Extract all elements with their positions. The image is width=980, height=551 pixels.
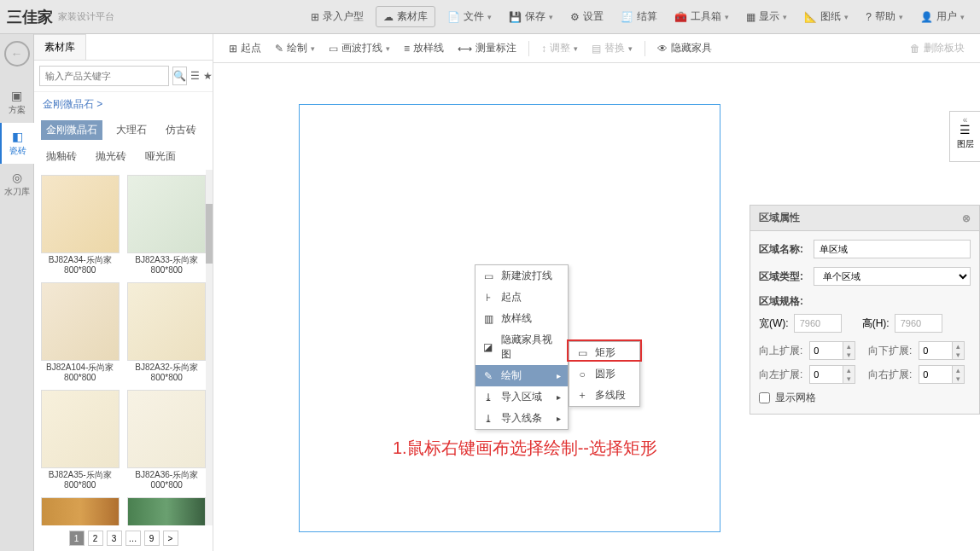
tool-绘制[interactable]: ✎绘制▾ bbox=[268, 41, 322, 55]
search-button[interactable]: 🔍 bbox=[172, 67, 187, 85]
ext-spinner[interactable]: ▴▾ bbox=[809, 365, 861, 384]
search-input[interactable] bbox=[39, 66, 169, 86]
page-3[interactable]: 3 bbox=[107, 531, 122, 546]
menu-放样线[interactable]: ▥放样线 bbox=[475, 308, 568, 329]
tool-放样线[interactable]: ≡放样线 bbox=[397, 41, 451, 55]
area-name-input[interactable] bbox=[814, 240, 971, 258]
nav-瓷砖[interactable]: ◧瓷砖 bbox=[0, 123, 34, 164]
保存-icon: 💾 bbox=[509, 11, 522, 23]
spin-down-icon[interactable]: ▾ bbox=[953, 374, 964, 383]
submenu-arrow-icon: ▸ bbox=[557, 414, 561, 423]
tile-item[interactable]: BJ82A33-乐尚家800*800 bbox=[126, 175, 208, 276]
tool-测量标注[interactable]: ⟷测量标注 bbox=[451, 41, 523, 55]
category-哑光面[interactable]: 哑光面 bbox=[140, 147, 181, 166]
nav-水刀库[interactable]: ◎水刀库 bbox=[0, 164, 34, 205]
caret-icon: ▾ bbox=[487, 13, 492, 21]
topbar-工具箱[interactable]: 🧰工具箱▾ bbox=[666, 6, 738, 27]
spin-up-icon[interactable]: ▴ bbox=[843, 366, 855, 374]
category-仿古砖[interactable]: 仿古砖 bbox=[160, 120, 201, 140]
caret-icon: ▾ bbox=[725, 13, 729, 21]
ext-spinner[interactable]: ▴▾ bbox=[919, 365, 971, 384]
topbar-结算[interactable]: 🧾结算 bbox=[612, 6, 666, 27]
topbar-图纸[interactable]: 📐图纸▾ bbox=[796, 6, 857, 27]
trash-icon: 🗑 bbox=[910, 43, 920, 55]
tile-thumbnail bbox=[41, 390, 120, 468]
tool-起点[interactable]: ⊞起点 bbox=[222, 41, 268, 55]
topbar-文件[interactable]: 📄文件▾ bbox=[439, 6, 500, 27]
submenu-arrow-icon: ▸ bbox=[557, 392, 561, 402]
menu-隐藏家具视图[interactable]: ◪隐藏家具视图 bbox=[475, 329, 568, 365]
图纸-icon: 📐 bbox=[804, 11, 817, 23]
page-1[interactable]: 1 bbox=[69, 531, 85, 546]
nav-方案[interactable]: ▣方案 bbox=[0, 82, 34, 123]
back-button[interactable]: ← bbox=[4, 41, 30, 67]
topbar-保存[interactable]: 💾保存▾ bbox=[500, 6, 562, 27]
tile-item[interactable] bbox=[39, 497, 121, 525]
height-input[interactable] bbox=[895, 314, 942, 333]
list-view-icon[interactable]: ☰ bbox=[190, 67, 200, 85]
page-…[interactable]: … bbox=[125, 531, 141, 546]
page-2[interactable]: 2 bbox=[88, 531, 103, 546]
category-抛釉砖[interactable]: 抛釉砖 bbox=[41, 147, 82, 166]
spin-up-icon[interactable]: ▴ bbox=[843, 342, 855, 351]
spin-up-icon[interactable]: ▴ bbox=[953, 342, 964, 351]
delete-block-button[interactable]: 🗑 删除板块 bbox=[903, 41, 971, 55]
tile-item[interactable]: BJ82A36-乐尚家000*800 bbox=[126, 390, 208, 490]
tool-调整[interactable]: ↕调整▾ bbox=[534, 41, 585, 55]
logo: 三佳家 bbox=[7, 7, 53, 27]
tile-thumbnail bbox=[127, 497, 206, 525]
sidebar-tab-library[interactable]: 素材库 bbox=[34, 34, 86, 60]
favorite-icon[interactable]: ★ bbox=[203, 67, 213, 85]
breadcrumb[interactable]: 金刚微晶石 > bbox=[34, 92, 213, 117]
topbar-设置[interactable]: ⚙设置 bbox=[562, 6, 612, 27]
page-9[interactable]: 9 bbox=[144, 531, 160, 546]
topbar-显示[interactable]: ▦显示▾ bbox=[738, 6, 796, 27]
tile-thumbnail bbox=[41, 497, 120, 525]
submenu-多线段[interactable]: ＋多线段 bbox=[569, 385, 639, 406]
layers-tab[interactable]: « ☰ 图层 bbox=[949, 111, 980, 162]
tool-画波打线[interactable]: ▭画波打线▾ bbox=[322, 41, 397, 55]
tile-item[interactable]: BJ82A34-乐尚家800*800 bbox=[39, 175, 121, 276]
submenu-圆形[interactable]: ○圆形 bbox=[569, 363, 639, 385]
放样线-icon: ≡ bbox=[404, 43, 410, 55]
page->[interactable]: > bbox=[163, 531, 178, 546]
topbar-帮助[interactable]: ?帮助▾ bbox=[857, 6, 912, 27]
ext-spinner[interactable]: ▴▾ bbox=[809, 341, 861, 360]
width-input[interactable] bbox=[794, 314, 842, 333]
show-grid-checkbox[interactable]: 显示网格 bbox=[759, 391, 971, 405]
scrollbar-thumb[interactable] bbox=[206, 204, 213, 264]
category-抛光砖[interactable]: 抛光砖 bbox=[90, 147, 131, 166]
menu-起点[interactable]: ⊦起点 bbox=[475, 287, 568, 308]
ext-spinner[interactable]: ▴▾ bbox=[919, 341, 971, 360]
tile-item[interactable]: BJ82A32-乐尚家800*800 bbox=[126, 282, 208, 383]
tile-item[interactable] bbox=[126, 497, 208, 525]
新建波打线-icon: ▭ bbox=[482, 270, 494, 282]
category-大理石[interactable]: 大理石 bbox=[111, 120, 152, 140]
tile-item[interactable]: BJ82A35-乐尚家800*800 bbox=[39, 390, 121, 490]
spin-up-icon[interactable]: ▴ bbox=[953, 366, 964, 374]
tile-label: BJ82A33-乐尚家800*800 bbox=[126, 255, 208, 276]
矩形-icon: ▭ bbox=[576, 347, 588, 359]
menu-新建波打线[interactable]: ▭新建波打线 bbox=[475, 265, 568, 287]
panel-close-icon[interactable]: ⊗ bbox=[962, 212, 971, 224]
menu-绘制[interactable]: ✎绘制▸ bbox=[475, 365, 568, 386]
tool-替换[interactable]: ▤替换▾ bbox=[585, 41, 639, 55]
tool-隐藏家具[interactable]: 👁隐藏家具 bbox=[650, 41, 719, 55]
水刀库-icon: ◎ bbox=[0, 171, 34, 184]
category-金刚微晶石[interactable]: 金刚微晶石 bbox=[41, 120, 102, 140]
tile-item[interactable]: BJ82A104-乐尚家800*800 bbox=[39, 282, 121, 383]
submenu-矩形[interactable]: ▭矩形 bbox=[569, 342, 639, 363]
area-type-select[interactable]: 单个区域 bbox=[814, 267, 971, 286]
menu-导入区域[interactable]: ⤓导入区域▸ bbox=[475, 386, 568, 408]
绘制-icon: ✎ bbox=[482, 370, 494, 382]
spin-down-icon[interactable]: ▾ bbox=[843, 351, 855, 359]
起点-icon: ⊦ bbox=[482, 292, 494, 304]
menu-导入线条[interactable]: ⤓导入线条▸ bbox=[475, 408, 568, 429]
topbar-用户[interactable]: 👤用户▾ bbox=[912, 6, 973, 27]
topbar-录入户型[interactable]: ⊞录入户型 bbox=[302, 6, 372, 27]
spin-down-icon[interactable]: ▾ bbox=[953, 351, 964, 359]
caret-icon: ▾ bbox=[574, 44, 578, 53]
spin-down-icon[interactable]: ▾ bbox=[843, 374, 855, 383]
canvas-area: ⊞起点✎绘制▾▭画波打线▾≡放样线⟷测量标注↕调整▾▤替换▾👁隐藏家具 🗑 删除… bbox=[213, 34, 980, 551]
topbar-素材库[interactable]: ☁素材库 bbox=[376, 6, 435, 27]
